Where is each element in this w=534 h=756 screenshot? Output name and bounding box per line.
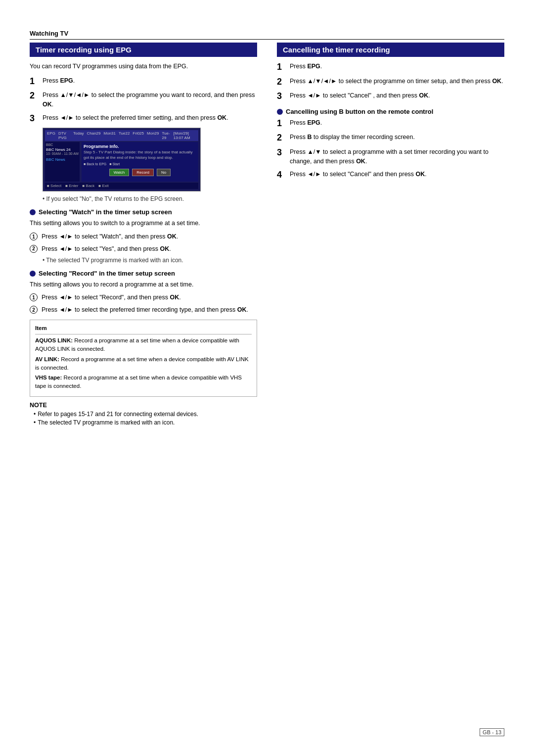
step-2-text: Press ▲/▼/◄/► to select the programme yo… xyxy=(43,91,257,109)
item-vhs-tape: VHS tape: Record a programme at a set ti… xyxy=(35,374,252,391)
record-step-2: 2 Press ◄/► to select the preferred time… xyxy=(30,305,257,315)
watch-step-1-text: Press ◄/► to select "Watch", and then pr… xyxy=(42,232,257,241)
right-section-title: Cancelling the timer recording xyxy=(277,43,504,57)
record-step-1-num: 1 xyxy=(30,293,38,301)
left-section-title: Timer recording using EPG xyxy=(30,43,257,57)
right-step-1-num: 1 xyxy=(277,62,286,73)
record-intro: This setting allows you to record a prog… xyxy=(30,280,257,289)
step-1-text: Press EPG. xyxy=(43,76,257,86)
b-step-3-num: 3 xyxy=(277,147,286,158)
right-step-2: 2 Press ▲/▼/◄/► to select the programme … xyxy=(277,77,504,88)
step-3: 3 Press ◄/► to select the preferred time… xyxy=(30,113,257,124)
page: Watching TV Timer recording using EPG Yo… xyxy=(0,0,534,756)
item-box-title: Item xyxy=(35,324,252,334)
item-av-link: AV LINK: Record a programme at a set tim… xyxy=(35,355,252,373)
watch-step-2-num: 2 xyxy=(30,245,38,253)
note-section: NOTE Refer to pages 15-17 and 21 for con… xyxy=(30,402,257,426)
b-step-2: 2 Press B to display the timer recording… xyxy=(277,133,504,143)
record-section-header: Selecting "Record" in the timer setup sc… xyxy=(30,270,257,277)
b-step-1-text: Press EPG. xyxy=(290,118,504,128)
record-step-2-num: 2 xyxy=(30,306,38,314)
left-intro: You can record TV programmes using data … xyxy=(30,62,257,71)
watch-step-1-num: 1 xyxy=(30,233,38,240)
note-bullet-1: Refer to pages 15-17 and 21 for connecti… xyxy=(34,411,257,418)
step-1-num: 1 xyxy=(30,76,39,87)
right-step-3: 3 Press ◄/► to select "Cancel" , and the… xyxy=(277,91,504,102)
b-button-bullet-circle xyxy=(277,109,283,115)
page-number: GB - 13 xyxy=(480,728,504,736)
b-step-3-text: Press ▲/▼ to select a programme with a s… xyxy=(290,147,504,166)
right-step-2-text: Press ▲/▼/◄/► to select the programme on… xyxy=(290,77,504,86)
right-step-3-num: 3 xyxy=(277,91,286,102)
b-step-3: 3 Press ▲/▼ to select a programme with a… xyxy=(277,147,504,166)
b-step-1: 1 Press EPG. xyxy=(277,118,504,129)
record-step-1: 1 Press ◄/► to select "Record", and then… xyxy=(30,293,257,302)
watch-section-title: Selecting "Watch" in the timer setup scr… xyxy=(39,208,172,216)
b-step-2-num: 2 xyxy=(277,133,286,143)
b-step-4-num: 4 xyxy=(277,170,286,181)
b-step-1-num: 1 xyxy=(277,118,286,129)
b-step-4: 4 Press ◄/► to select "Cancel" and then … xyxy=(277,170,504,181)
record-step-1-text: Press ◄/► to select "Record", and then p… xyxy=(42,293,257,302)
left-column: Timer recording using EPG You can record… xyxy=(30,43,257,427)
step-2-num: 2 xyxy=(30,91,39,101)
step-1: 1 Press EPG. xyxy=(30,76,257,87)
note-bullet-2: The selected TV programme is marked with… xyxy=(34,419,257,426)
watch-icon-note: The selected TV programme is marked with… xyxy=(43,257,257,264)
item-aquos-link: AQUOS LINK: Record a programme at a set … xyxy=(35,336,252,354)
b-button-section-title: Cancelling using B button on the remote … xyxy=(286,108,433,115)
record-step-2-text: Press ◄/► to select the preferred timer … xyxy=(42,305,257,315)
watch-step-2-text: Press ◄/► to select "Yes", and then pres… xyxy=(42,244,257,254)
note-title: NOTE xyxy=(30,402,257,409)
watch-step-2: 2 Press ◄/► to select "Yes", and then pr… xyxy=(30,244,257,254)
right-step-1-text: Press EPG. xyxy=(290,62,504,71)
record-section-title: Selecting "Record" in the timer setup sc… xyxy=(39,270,175,277)
right-column: Cancelling the timer recording 1 Press E… xyxy=(277,43,504,427)
record-bullet-circle xyxy=(30,271,36,277)
watch-step-1: 1 Press ◄/► to select "Watch", and then … xyxy=(30,232,257,241)
item-box: Item AQUOS LINK: Record a programme at a… xyxy=(30,320,257,397)
watch-intro: This setting allows you to switch to a p… xyxy=(30,219,257,228)
b-step-2-text: Press B to display the timer recording s… xyxy=(290,133,504,142)
step-3-text: Press ◄/► to select the preferred timer … xyxy=(43,113,257,123)
page-num-badge: GB - 13 xyxy=(480,728,504,736)
b-button-section-header: Cancelling using B button on the remote … xyxy=(277,108,504,115)
watch-bullet-circle xyxy=(30,209,36,215)
watch-section-header: Selecting "Watch" in the timer setup scr… xyxy=(30,208,257,216)
watching-tv-label: Watching TV xyxy=(30,30,504,40)
epg-screen-mockup: EPG DTV PVG Today Chan29 Mon31 Tue22 Fri… xyxy=(43,128,201,191)
step-3-num: 3 xyxy=(30,113,39,124)
right-step-1: 1 Press EPG. xyxy=(277,62,504,73)
b-step-4-text: Press ◄/► to select "Cancel" and then pr… xyxy=(290,170,504,179)
step-2: 2 Press ▲/▼/◄/► to select the programme … xyxy=(30,91,257,109)
right-step-2-num: 2 xyxy=(277,77,286,88)
right-step-3-text: Press ◄/► to select "Cancel" , and then … xyxy=(290,91,504,100)
epg-if-no-note: If you select "No", the TV returns to th… xyxy=(43,195,257,202)
